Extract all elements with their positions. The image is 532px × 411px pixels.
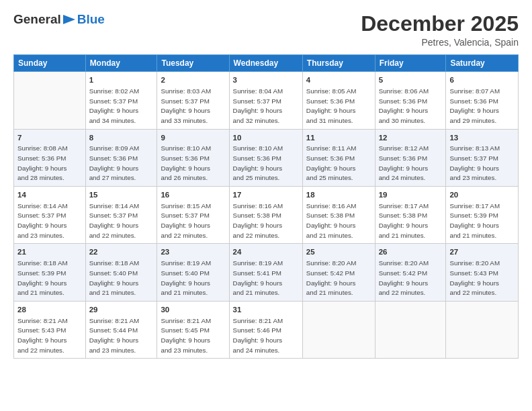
day-info: Sunrise: 8:03 AMSunset: 5:37 PMDaylight:… — [161, 87, 225, 126]
calendar-cell — [302, 301, 375, 358]
calendar-cell — [14, 72, 86, 129]
svg-marker-0 — [63, 15, 75, 24]
day-info: Sunrise: 8:21 AMSunset: 5:43 PMDaylight:… — [17, 316, 82, 356]
logo-area: General Blue — [13, 12, 105, 27]
day-number: 9 — [161, 132, 225, 144]
day-number: 13 — [449, 132, 515, 144]
calendar-cell: 13Sunrise: 8:13 AMSunset: 5:37 PMDayligh… — [446, 129, 519, 186]
day-number: 22 — [89, 246, 154, 258]
calendar-cell — [446, 301, 519, 358]
day-number: 4 — [306, 75, 371, 86]
logo: General Blue — [13, 12, 105, 27]
calendar-cell: 7Sunrise: 8:08 AMSunset: 5:36 PMDaylight… — [14, 129, 86, 186]
day-info: Sunrise: 8:10 AMSunset: 5:36 PMDaylight:… — [233, 144, 299, 183]
day-info: Sunrise: 8:20 AMSunset: 5:42 PMDaylight:… — [379, 259, 443, 298]
day-number: 23 — [161, 246, 225, 258]
day-number: 28 — [17, 304, 82, 316]
calendar-cell: 3Sunrise: 8:04 AMSunset: 5:37 PMDaylight… — [229, 72, 302, 129]
calendar-cell: 17Sunrise: 8:16 AMSunset: 5:38 PMDayligh… — [229, 187, 302, 244]
calendar-cell — [375, 301, 446, 358]
day-number: 11 — [306, 132, 371, 144]
calendar-cell: 30Sunrise: 8:21 AMSunset: 5:45 PMDayligh… — [157, 301, 229, 358]
day-number: 25 — [306, 246, 371, 258]
calendar-cell: 19Sunrise: 8:17 AMSunset: 5:38 PMDayligh… — [375, 187, 446, 244]
day-info: Sunrise: 8:05 AMSunset: 5:36 PMDaylight:… — [306, 87, 371, 126]
calendar-cell: 24Sunrise: 8:19 AMSunset: 5:41 PMDayligh… — [229, 244, 302, 301]
day-info: Sunrise: 8:17 AMSunset: 5:38 PMDaylight:… — [379, 201, 443, 241]
day-number: 31 — [233, 304, 299, 316]
logo-general: General — [13, 12, 61, 27]
day-info: Sunrise: 8:08 AMSunset: 5:36 PMDaylight:… — [17, 144, 82, 183]
day-number: 5 — [379, 75, 443, 86]
day-info: Sunrise: 8:10 AMSunset: 5:36 PMDaylight:… — [161, 144, 225, 183]
calendar-cell: 22Sunrise: 8:18 AMSunset: 5:40 PMDayligh… — [85, 244, 157, 301]
day-number: 15 — [89, 189, 154, 201]
title-area: December 2025 Petres, Valencia, Spain — [361, 12, 519, 48]
day-info: Sunrise: 8:20 AMSunset: 5:43 PMDaylight:… — [449, 259, 515, 298]
day-number: 27 — [449, 246, 515, 258]
calendar-cell: 25Sunrise: 8:20 AMSunset: 5:42 PMDayligh… — [302, 244, 375, 301]
day-number: 3 — [233, 75, 299, 86]
calendar-cell: 4Sunrise: 8:05 AMSunset: 5:36 PMDaylight… — [302, 72, 375, 129]
day-info: Sunrise: 8:17 AMSunset: 5:39 PMDaylight:… — [449, 201, 515, 241]
calendar-cell: 26Sunrise: 8:20 AMSunset: 5:42 PMDayligh… — [375, 244, 446, 301]
page: General Blue December 2025 Petres, Valen… — [0, 0, 532, 411]
day-number: 1 — [89, 75, 154, 86]
day-info: Sunrise: 8:09 AMSunset: 5:36 PMDaylight:… — [89, 144, 154, 183]
day-number: 12 — [379, 132, 443, 144]
calendar-cell: 15Sunrise: 8:14 AMSunset: 5:37 PMDayligh… — [85, 187, 157, 244]
day-number: 26 — [379, 246, 443, 258]
day-number: 29 — [89, 304, 154, 316]
day-info: Sunrise: 8:18 AMSunset: 5:40 PMDaylight:… — [89, 259, 154, 298]
day-info: Sunrise: 8:19 AMSunset: 5:40 PMDaylight:… — [161, 259, 225, 298]
day-number: 19 — [379, 189, 443, 201]
weekday-header-sunday: Sunday — [14, 55, 86, 72]
header: General Blue December 2025 Petres, Valen… — [13, 12, 519, 48]
day-info: Sunrise: 8:16 AMSunset: 5:38 PMDaylight:… — [306, 201, 371, 241]
calendar-week-row: 14Sunrise: 8:14 AMSunset: 5:37 PMDayligh… — [14, 187, 519, 244]
logo-blue: Blue — [77, 12, 105, 27]
day-info: Sunrise: 8:11 AMSunset: 5:36 PMDaylight:… — [306, 144, 371, 183]
calendar-cell: 18Sunrise: 8:16 AMSunset: 5:38 PMDayligh… — [302, 187, 375, 244]
day-number: 14 — [17, 189, 82, 201]
calendar-cell: 31Sunrise: 8:21 AMSunset: 5:46 PMDayligh… — [229, 301, 302, 358]
calendar-cell: 16Sunrise: 8:15 AMSunset: 5:37 PMDayligh… — [157, 187, 229, 244]
day-number: 24 — [233, 246, 299, 258]
day-number: 21 — [17, 246, 82, 258]
day-info: Sunrise: 8:04 AMSunset: 5:37 PMDaylight:… — [233, 87, 299, 126]
day-number: 30 — [161, 304, 225, 316]
day-info: Sunrise: 8:06 AMSunset: 5:36 PMDaylight:… — [379, 87, 443, 126]
weekday-header-monday: Monday — [85, 55, 157, 72]
calendar-week-row: 7Sunrise: 8:08 AMSunset: 5:36 PMDaylight… — [14, 129, 519, 186]
day-info: Sunrise: 8:18 AMSunset: 5:39 PMDaylight:… — [17, 259, 82, 298]
day-number: 17 — [233, 189, 299, 201]
day-info: Sunrise: 8:14 AMSunset: 5:37 PMDaylight:… — [89, 201, 154, 241]
calendar-week-row: 21Sunrise: 8:18 AMSunset: 5:39 PMDayligh… — [14, 244, 519, 301]
weekday-header-friday: Friday — [375, 55, 446, 72]
day-info: Sunrise: 8:02 AMSunset: 5:37 PMDaylight:… — [89, 87, 154, 126]
calendar-week-row: 1Sunrise: 8:02 AMSunset: 5:37 PMDaylight… — [14, 72, 519, 129]
weekday-header-thursday: Thursday — [302, 55, 375, 72]
calendar-cell: 27Sunrise: 8:20 AMSunset: 5:43 PMDayligh… — [446, 244, 519, 301]
calendar-cell: 5Sunrise: 8:06 AMSunset: 5:36 PMDaylight… — [375, 72, 446, 129]
location-title: Petres, Valencia, Spain — [361, 37, 519, 48]
day-info: Sunrise: 8:14 AMSunset: 5:37 PMDaylight:… — [17, 201, 82, 241]
calendar-week-row: 28Sunrise: 8:21 AMSunset: 5:43 PMDayligh… — [14, 301, 519, 358]
calendar-cell: 20Sunrise: 8:17 AMSunset: 5:39 PMDayligh… — [446, 187, 519, 244]
calendar-cell: 2Sunrise: 8:03 AMSunset: 5:37 PMDaylight… — [157, 72, 229, 129]
calendar-cell: 23Sunrise: 8:19 AMSunset: 5:40 PMDayligh… — [157, 244, 229, 301]
month-title: December 2025 — [361, 12, 519, 36]
day-info: Sunrise: 8:16 AMSunset: 5:38 PMDaylight:… — [233, 201, 299, 241]
day-info: Sunrise: 8:21 AMSunset: 5:44 PMDaylight:… — [89, 316, 154, 356]
calendar-cell: 11Sunrise: 8:11 AMSunset: 5:36 PMDayligh… — [302, 129, 375, 186]
day-number: 16 — [161, 189, 225, 201]
day-info: Sunrise: 8:13 AMSunset: 5:37 PMDaylight:… — [449, 144, 515, 183]
calendar-cell: 29Sunrise: 8:21 AMSunset: 5:44 PMDayligh… — [85, 301, 157, 358]
day-number: 7 — [17, 132, 82, 144]
calendar-cell: 8Sunrise: 8:09 AMSunset: 5:36 PMDaylight… — [85, 129, 157, 186]
day-number: 18 — [306, 189, 371, 201]
calendar-cell: 28Sunrise: 8:21 AMSunset: 5:43 PMDayligh… — [14, 301, 86, 358]
day-info: Sunrise: 8:19 AMSunset: 5:41 PMDaylight:… — [233, 259, 299, 298]
calendar-cell: 12Sunrise: 8:12 AMSunset: 5:36 PMDayligh… — [375, 129, 446, 186]
day-number: 8 — [89, 132, 154, 144]
